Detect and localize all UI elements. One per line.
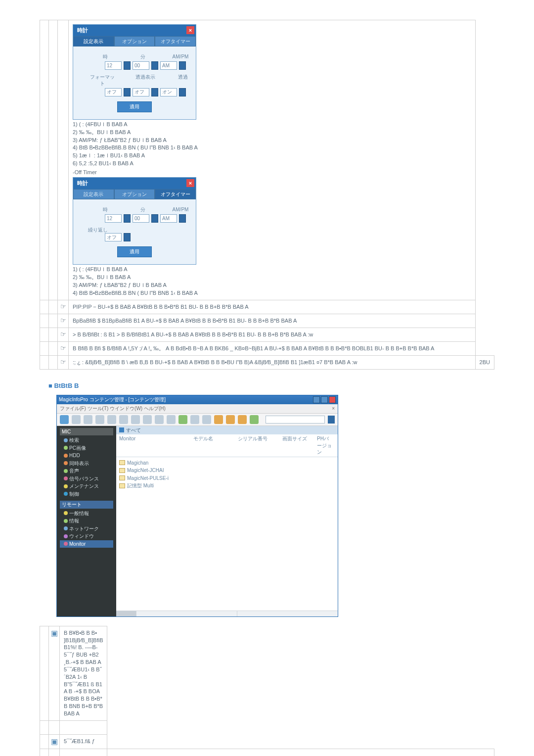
minimize-icon[interactable] (313, 396, 320, 403)
ampm-dropdown[interactable] (179, 214, 186, 223)
clock-tab-1[interactable]: 設定表示 (73, 36, 114, 47)
close-icon[interactable]: × (186, 179, 194, 187)
tree-item: ネットワーク (64, 525, 113, 533)
list-item[interactable]: Magichan (119, 459, 335, 467)
offtimer-titlebar: 時計 × (73, 178, 196, 189)
clock-apply-button[interactable]: 適用 (117, 101, 152, 112)
clock-section-cell: 時計 × 設定表示 オプション オフタイマー 時 分 AM/PM (69, 20, 476, 300)
row-last-main: :; ¿ : &BjB⁄B_B]BfiB B \ æB B,B B BU-+$ … (69, 355, 476, 369)
folder-icon (119, 483, 125, 488)
toolbar-icon[interactable] (238, 415, 247, 424)
offtimer-ampm-input[interactable] (160, 214, 177, 223)
tree-root[interactable]: MIC (60, 428, 113, 436)
toolbar-go-icon[interactable] (328, 416, 335, 424)
offtimer-hour-input[interactable] (105, 214, 122, 223)
toolbar-icon[interactable] (167, 415, 176, 424)
toolbar-icon[interactable] (119, 415, 128, 424)
close-window-icon[interactable] (329, 396, 336, 403)
clock-hour-input[interactable] (105, 61, 122, 70)
clock-min-input[interactable] (133, 61, 149, 70)
format-dropdown[interactable] (124, 88, 131, 96)
toolbar-icon[interactable] (250, 415, 259, 424)
toolbar-icon[interactable] (84, 415, 92, 424)
offtimer-repeat-label: 繰り返し (79, 227, 190, 234)
row-bp: BpBaBfiB $ B1BpBaBfiB B1 A BU-+$ B BAB A… (69, 314, 476, 328)
nav-tree[interactable]: MIC 検索 PC画像 HDD 同時表示 音声 信号パランス メンテナンス 制御… (57, 426, 116, 616)
list-item[interactable]: 記憶型 Multi (119, 482, 335, 490)
min-dropdown[interactable] (151, 214, 158, 223)
toolbar-icon[interactable] (214, 415, 223, 424)
tree-section-selected[interactable]: リモート (60, 501, 113, 509)
magicinfo-app-window: MagicInfoPro コンテンツ管理 - [コンテンツ管理] ファイル(F)… (56, 395, 338, 617)
tree-item: 検索 (64, 436, 113, 444)
folder-icon (119, 475, 125, 480)
clock-on-input[interactable] (160, 88, 177, 96)
tree-item-selected: Monitor (60, 540, 113, 548)
offtimer-col-headers: 時 分 AM/PM (79, 206, 190, 213)
tree-item: PC画像 (64, 444, 113, 452)
maximize-icon[interactable] (321, 396, 328, 403)
offtimer-dialog: 時計 × 設定表示 オプション オフタイマー 時 分 AM/PM 繰り (73, 177, 196, 265)
toolbar-icon[interactable] (107, 415, 116, 424)
path-icon (119, 427, 124, 432)
toolbar-icon[interactable] (131, 415, 140, 424)
toolbar-icon[interactable] (178, 415, 187, 424)
row-last-side: 2BU (475, 355, 494, 369)
toolbar-icon[interactable] (155, 415, 164, 424)
app-titlebar: MagicInfoPro コンテンツ管理 - [コンテンツ管理] (57, 395, 338, 404)
off-timer-heading: -Off Timer (73, 169, 471, 176)
offtimer-apply-button[interactable]: 適用 (117, 246, 152, 257)
app-menu[interactable]: ファイル(F) ツール(T) ウインドウ(W) ヘルプ(H)× (57, 404, 338, 414)
min-dropdown[interactable] (151, 61, 158, 70)
offtimer-tab-2[interactable]: オプション (114, 189, 155, 200)
list-item[interactable]: MagicNet-PULSE-i (119, 474, 335, 482)
offtimer-min-input[interactable] (133, 214, 149, 223)
toolbar-icon[interactable] (226, 415, 235, 424)
tree-item: ウィンドウ (64, 532, 113, 540)
hand-icon: ☞ (58, 342, 69, 356)
list-item[interactable]: MagicNet-JCHAI (119, 467, 335, 474)
clock-trans-input[interactable] (133, 88, 149, 96)
hour-dropdown[interactable] (124, 61, 131, 70)
ampm-dropdown[interactable] (179, 61, 186, 70)
toolbar-icon[interactable] (72, 415, 81, 424)
offtimer-tab-1[interactable]: 設定表示 (73, 189, 114, 200)
app-toolbar[interactable] (57, 414, 338, 426)
toolbar-address[interactable] (266, 416, 325, 424)
tree-item: 制御 (64, 490, 113, 498)
tree-item: HDD (64, 452, 113, 460)
toolbar-icon[interactable] (143, 415, 152, 424)
clock-options-table: 時計 × 設定表示 オプション オフタイマー 時 分 AM/PM (40, 20, 494, 370)
toolbar-icon[interactable] (190, 415, 199, 424)
clock-tab-2[interactable]: オプション (114, 36, 155, 47)
folder-icon (119, 460, 125, 465)
hour-dropdown[interactable] (124, 214, 131, 223)
toolbar-icon[interactable] (60, 415, 69, 424)
hand-icon: ☞ (58, 355, 69, 369)
scrollbar-handle[interactable] (116, 611, 136, 616)
file-pane: すべて Monitor モデル名 シリアル番号 画面サイズ PHバージョン Ma… (116, 426, 338, 616)
offtimer-tab-3[interactable]: オフタイマー (155, 189, 196, 200)
pointer-icon: ▣ (49, 734, 60, 749)
repeat-dropdown[interactable] (124, 233, 131, 241)
clock-format-row (79, 88, 190, 96)
clock-ampm-input[interactable] (160, 61, 177, 70)
clock-tab-3[interactable]: オフタイマー (155, 36, 196, 47)
tree-item: 一般情報 (64, 510, 113, 518)
toolbar-icon[interactable] (95, 415, 104, 424)
app-title: MagicInfoPro コンテンツ管理 - [コンテンツ管理] (59, 396, 166, 403)
trans-dropdown[interactable] (151, 88, 158, 96)
row-gt: > B B/BfiBt : ß B1 > B B/BfiBtB1 A BU-+$… (69, 328, 476, 342)
tree-item: 情報 (64, 517, 113, 525)
hand-icon: ☞ (58, 328, 69, 342)
app-footer (116, 611, 338, 616)
offtimer-repeat-input[interactable] (105, 233, 122, 241)
clock-format-input[interactable] (105, 88, 122, 96)
close-icon[interactable]: × (186, 26, 194, 34)
row-bbf: B BfiB B Bfi $ B/BfiB A !„5Y ;/ A !„ ‰。 … (69, 342, 476, 356)
hand-icon: ☞ (58, 300, 69, 314)
on-dropdown[interactable] (179, 88, 186, 96)
file-columns-header: Monitor モデル名 シリアル番号 画面サイズ PHバージョン (116, 434, 338, 457)
toolbar-icon[interactable] (202, 415, 211, 424)
file-items-list: Magichan MagicNet-JCHAI MagicNet-PULSE-i… (116, 457, 338, 492)
